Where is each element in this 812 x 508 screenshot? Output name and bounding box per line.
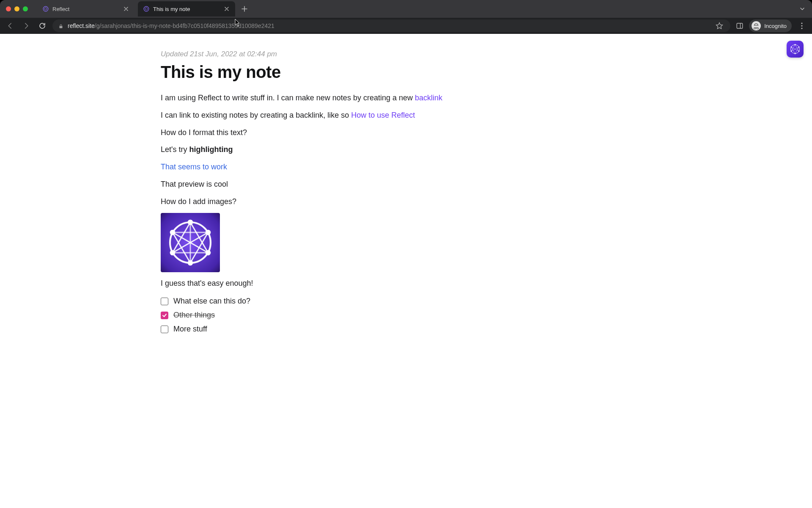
- incognito-label: Incognito: [764, 23, 787, 29]
- paragraph-text: I am using Reflect to write stuff in. I …: [161, 94, 415, 102]
- checklist: What else can this do? Other things More…: [161, 294, 457, 336]
- browser-chrome: Reflect This is my note: [0, 0, 812, 34]
- close-window-button[interactable]: [6, 6, 11, 11]
- checkbox[interactable]: [161, 298, 168, 305]
- checklist-item: What else can this do?: [161, 294, 457, 308]
- lock-icon: [58, 23, 63, 28]
- side-panel-button[interactable]: [735, 21, 745, 31]
- close-tab-button[interactable]: [123, 6, 129, 12]
- url-bar-actions: [714, 21, 724, 31]
- url-host: reflect.site/g/sarahjonas/this-is-my-not…: [68, 22, 274, 29]
- incognito-indicator[interactable]: Incognito: [749, 19, 792, 32]
- reflect-favicon-icon: [143, 6, 150, 12]
- url-bar[interactable]: reflect.site/g/sarahjonas/this-is-my-not…: [52, 19, 730, 32]
- paragraph-6: That preview is cool: [161, 178, 457, 190]
- checklist-item: More stuff: [161, 322, 457, 336]
- tab-bar: Reflect This is my note: [0, 0, 812, 18]
- reflect-favicon-icon: [42, 6, 49, 12]
- tab-reflect[interactable]: Reflect: [37, 1, 134, 17]
- paragraph-3: How do I format this text?: [161, 127, 457, 139]
- page-viewport: Updated 21st Jun, 2022 at 02:44 pm This …: [0, 34, 812, 508]
- window-controls: [6, 6, 28, 11]
- tab-bar-right: [798, 5, 812, 13]
- paragraph-7: How do I add images?: [161, 196, 457, 208]
- paragraph-2: I can link to existing notes by creating…: [161, 109, 457, 121]
- reload-button[interactable]: [36, 20, 48, 32]
- browser-menu-button[interactable]: [796, 20, 808, 32]
- forward-button[interactable]: [20, 20, 32, 32]
- svg-rect-4: [60, 26, 63, 28]
- embedded-image[interactable]: [161, 213, 220, 272]
- incognito-icon: [752, 21, 761, 30]
- note-title: This is my note: [161, 63, 457, 82]
- close-tab-button[interactable]: [223, 6, 230, 12]
- tab-title: This is my note: [153, 6, 220, 12]
- tab-this-is-my-note[interactable]: This is my note: [138, 1, 235, 17]
- svg-point-1: [44, 8, 47, 10]
- bookmark-button[interactable]: [714, 21, 724, 31]
- paragraph-5: That seems to work: [161, 161, 457, 173]
- external-link[interactable]: That seems to work: [161, 163, 227, 171]
- svg-point-8: [801, 25, 802, 26]
- svg-rect-5: [737, 23, 743, 28]
- checkbox[interactable]: [161, 326, 168, 333]
- note-content: Updated 21st Jun, 2022 at 02:44 pm This …: [161, 34, 457, 362]
- checklist-label: What else can this do?: [173, 297, 250, 306]
- backlink-how-to-use-reflect[interactable]: How to use Reflect: [351, 111, 415, 119]
- svg-point-0: [43, 6, 48, 11]
- bold-text: highlighting: [189, 145, 233, 154]
- paragraph-4: Let's try highlighting: [161, 144, 457, 156]
- paragraph-1: I am using Reflect to write stuff in. I …: [161, 92, 457, 104]
- maximize-window-button[interactable]: [23, 6, 28, 11]
- backlink-new[interactable]: backlink: [415, 94, 442, 102]
- checklist-item: Other things: [161, 308, 457, 322]
- tab-title: Reflect: [52, 6, 119, 12]
- svg-point-3: [145, 8, 148, 10]
- paragraph-8: I guess that's easy enough!: [161, 277, 457, 290]
- new-tab-button[interactable]: [239, 3, 250, 15]
- tabs-dropdown-button[interactable]: [798, 5, 806, 13]
- minimize-window-button[interactable]: [14, 6, 19, 11]
- svg-point-2: [144, 6, 149, 11]
- svg-point-7: [801, 22, 802, 24]
- address-bar: reflect.site/g/sarahjonas/this-is-my-not…: [0, 18, 812, 34]
- checkbox[interactable]: [161, 312, 168, 319]
- reflect-app-badge[interactable]: [787, 41, 804, 58]
- updated-timestamp: Updated 21st Jun, 2022 at 02:44 pm: [161, 50, 457, 58]
- paragraph-text: I can link to existing notes by creating…: [161, 111, 351, 119]
- svg-point-9: [801, 28, 802, 29]
- checklist-label: Other things: [173, 311, 215, 320]
- back-button[interactable]: [4, 20, 16, 32]
- checklist-label: More stuff: [173, 325, 207, 334]
- paragraph-text: Let's try: [161, 145, 189, 154]
